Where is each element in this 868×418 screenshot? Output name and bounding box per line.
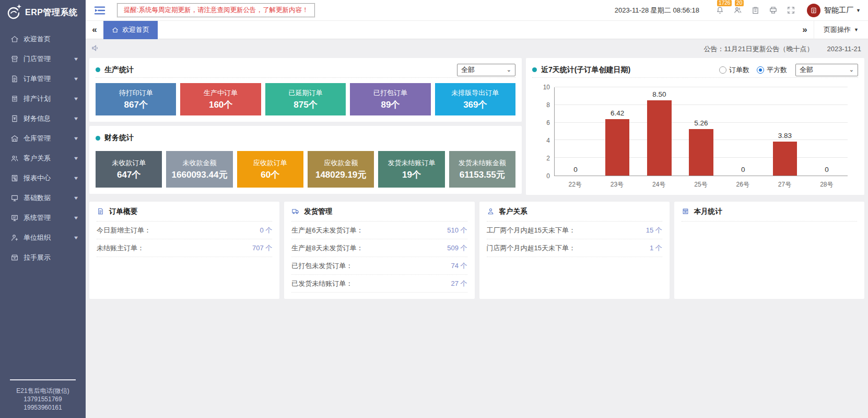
sidebar-item-label: 仓库管理 bbox=[24, 134, 74, 143]
sidebar-item-label: 门店管理 bbox=[24, 54, 74, 64]
sidebar-item-label: 基础数据 bbox=[24, 193, 74, 203]
bell-icon bbox=[715, 6, 724, 15]
production-filter-select[interactable]: 全部 ⌄ bbox=[457, 64, 515, 76]
summary-row-value[interactable]: 509 个 bbox=[447, 243, 467, 253]
sidebar-item-warehouse[interactable]: 仓库管理▼ bbox=[0, 129, 86, 148]
bar[interactable] bbox=[689, 129, 713, 176]
bar[interactable] bbox=[605, 119, 629, 176]
summary-row: 工厂两个月内超15天未下单：15 个 bbox=[487, 222, 662, 239]
chevron-down-icon: ▼ bbox=[854, 27, 859, 32]
summary-row-value[interactable]: 1 个 bbox=[650, 243, 662, 253]
summary-row-value[interactable]: 0 个 bbox=[260, 226, 272, 235]
footer-divider bbox=[10, 379, 76, 380]
stat-card[interactable]: 待打印订单867个 bbox=[96, 83, 176, 115]
sidebar-item-store[interactable]: 门店管理▼ bbox=[0, 49, 86, 69]
stat-card[interactable]: 生产中订单160个 bbox=[180, 83, 261, 115]
summary-row-value[interactable]: 510 个 bbox=[447, 226, 467, 235]
sidebar-item-system[interactable]: 系统管理▼ bbox=[0, 208, 86, 228]
app-title: ERP管理系统 bbox=[25, 7, 77, 18]
page-actions-menu[interactable]: 页面操作 ▼ bbox=[814, 21, 868, 39]
tab-label: 欢迎首页 bbox=[122, 25, 149, 34]
stat-card[interactable]: 发货未结账金额61153.55元 bbox=[449, 151, 515, 188]
warehouse-icon bbox=[10, 134, 19, 143]
summary-row-value[interactable]: 707 个 bbox=[252, 243, 272, 253]
notifications-button[interactable]: 1726 bbox=[711, 2, 729, 19]
tab-home[interactable]: 欢迎首页 bbox=[103, 21, 158, 39]
sidebar-item-org[interactable]: 单位组织▼ bbox=[0, 228, 86, 248]
fullscreen-button[interactable] bbox=[782, 2, 800, 19]
bar[interactable] bbox=[773, 142, 797, 176]
sidebar-item-handle[interactable]: 拉手展示 bbox=[0, 248, 86, 268]
radio-icon-selected bbox=[757, 66, 764, 74]
sidebar-item-label: 报表中心 bbox=[24, 173, 74, 183]
sidebar-item-report[interactable]: 报表中心▼ bbox=[0, 168, 86, 188]
summary-row-value[interactable]: 15 个 bbox=[646, 226, 662, 235]
stat-card-label: 已打包订单 bbox=[373, 88, 407, 98]
panel-dot-icon bbox=[96, 136, 100, 141]
announcement-text: 公告：11月21日更新公告（晚十点）2023-11-21 bbox=[703, 44, 861, 54]
system-icon bbox=[10, 214, 19, 222]
bar-value-label: 0 bbox=[555, 166, 596, 173]
bar-chart: 0246810 06.428.505.2603.830 22号23号24号25号… bbox=[535, 85, 853, 189]
home-icon bbox=[10, 35, 19, 43]
bar[interactable] bbox=[647, 100, 671, 176]
x-tick-label: 28号 bbox=[806, 178, 848, 189]
sidebar-item-schedule[interactable]: 排产计划▼ bbox=[0, 89, 86, 109]
summary-row: 生产超8天未发货订单：509 个 bbox=[291, 239, 467, 257]
stat-card[interactable]: 已打包订单89个 bbox=[350, 83, 430, 115]
finance-stats-panel: 财务统计 未收款订单647个未收款金额1660093.44元应收款订单60个应收… bbox=[89, 126, 522, 194]
sidebar-item-data[interactable]: 基础数据▼ bbox=[0, 188, 86, 208]
stat-card-label: 应收款金额 bbox=[324, 158, 358, 168]
menu-collapse-icon[interactable] bbox=[94, 6, 105, 15]
tasks-button[interactable] bbox=[746, 2, 764, 19]
chevron-down-icon: ▼ bbox=[73, 116, 79, 121]
contacts-button[interactable]: 20 bbox=[729, 2, 746, 19]
footer-line: E21售后电话(微信) bbox=[0, 387, 86, 395]
print-button[interactable] bbox=[764, 2, 782, 19]
user-menu[interactable]: 智能工厂 ▼ bbox=[824, 6, 861, 15]
summary-row-label: 门店两个月内超15天未下单： bbox=[487, 243, 576, 253]
stat-card-value: 369个 bbox=[463, 99, 487, 111]
summary-panels: 订单概要今日新增主订单：0 个未结账主订单：707 个发货管理生产超6天未发货订… bbox=[89, 202, 864, 299]
summary-row-label: 生产超8天未发货订单： bbox=[291, 243, 363, 253]
stat-card-label: 待打印订单 bbox=[119, 88, 153, 98]
chevron-down-icon: ▼ bbox=[73, 136, 79, 141]
summary-row-value[interactable]: 27 个 bbox=[451, 279, 467, 288]
tabs-scroll-left[interactable]: « bbox=[86, 25, 103, 35]
finance-icon bbox=[10, 114, 19, 123]
sidebar-item-order[interactable]: 订单管理▼ bbox=[0, 69, 86, 89]
sidebar-item-home[interactable]: 欢迎首页 bbox=[0, 29, 86, 49]
stat-card[interactable]: 应收款订单60个 bbox=[237, 151, 303, 188]
panel-header: 发货管理 bbox=[291, 202, 467, 222]
stat-card[interactable]: 已延期订单875个 bbox=[265, 83, 346, 115]
chart-filter-select[interactable]: 全部 ⌄ bbox=[795, 64, 858, 76]
stat-card[interactable]: 未收款金额1660093.44元 bbox=[166, 151, 232, 188]
stat-card[interactable]: 未排版导出订单369个 bbox=[435, 83, 515, 115]
sidebar-item-label: 订单管理 bbox=[24, 74, 74, 84]
tabs-scroll-right[interactable]: » bbox=[796, 25, 814, 35]
sidebar-item-customer[interactable]: 客户关系▼ bbox=[0, 148, 86, 168]
radio-order-count[interactable]: 订单数 bbox=[719, 65, 749, 75]
panel-header: 订单概要 bbox=[97, 202, 272, 222]
stat-card[interactable]: 未收款订单647个 bbox=[96, 151, 162, 188]
store-icon bbox=[10, 55, 19, 63]
announcement-title[interactable]: 公告：11月21日更新公告（晚十点） bbox=[703, 45, 813, 53]
stat-card-value: 1660093.44元 bbox=[172, 169, 228, 181]
stat-card[interactable]: 应收款金额148029.19元 bbox=[308, 151, 374, 188]
chevron-down-icon: ▼ bbox=[73, 96, 79, 101]
sidebar-item-label: 客户关系 bbox=[24, 154, 74, 163]
x-tick-label: 23号 bbox=[596, 178, 638, 189]
stat-card-value: 89个 bbox=[381, 99, 400, 111]
bar-slot: 8.50 bbox=[638, 87, 680, 176]
radio-square-count[interactable]: 平方数 bbox=[757, 65, 787, 75]
stat-card[interactable]: 发货未结账订单19个 bbox=[378, 151, 444, 188]
bar-slot: 3.83 bbox=[764, 87, 806, 176]
sidebar-footer: E21售后电话(微信) 13791551769 19953960161 bbox=[0, 379, 86, 412]
summary-panel-month-stats: 本月统计 bbox=[674, 202, 864, 299]
sidebar-item-finance[interactable]: 财务信息▼ bbox=[0, 109, 86, 129]
summary-row-label: 生产超6天未发货订单： bbox=[291, 226, 363, 235]
order-summary-icon bbox=[97, 207, 104, 215]
user-avatar[interactable] bbox=[807, 4, 820, 17]
summary-row-value[interactable]: 74 个 bbox=[451, 261, 467, 271]
stat-card-value: 148029.19元 bbox=[315, 169, 366, 181]
